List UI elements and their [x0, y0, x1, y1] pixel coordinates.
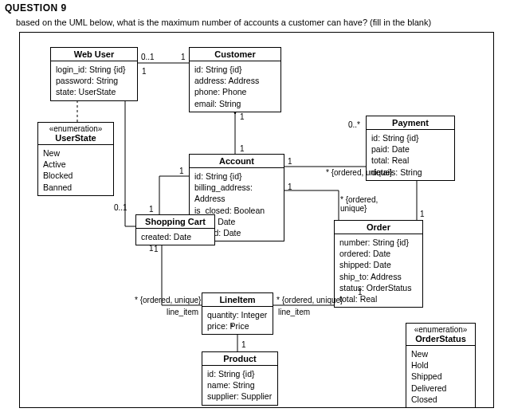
role: line_item — [167, 308, 198, 316]
class-lineitem: LineItem quantity: Integer price: Price — [202, 292, 273, 335]
enum-val: Active — [43, 159, 108, 170]
attr: id: String {id} — [194, 64, 276, 75]
enum-val: Hold — [411, 359, 470, 371]
class-body: New Hold Shipped Delivered Closed — [406, 346, 475, 407]
attr: ship_to: Address — [339, 271, 418, 282]
mult: 1 — [142, 67, 147, 76]
attr: id: String {id} — [207, 368, 273, 379]
class-body: id: String {id} address: Address phone: … — [190, 61, 280, 112]
attr: total: Real — [371, 155, 449, 166]
class-body: created: Date — [136, 229, 214, 245]
mult: 1 — [181, 53, 186, 61]
class-title: LineItem — [202, 293, 273, 307]
class-product: Product id: String {id} name: String sup… — [202, 351, 278, 406]
class-body: id: String {id} name: String supplier: S… — [202, 366, 277, 405]
class-body: quantity: Integer price: Price — [202, 307, 273, 334]
class-body: number: String {id} ordered: Date shippe… — [335, 234, 422, 307]
attr: supplier: Supplier — [207, 391, 273, 402]
attr: price: Price — [207, 320, 268, 332]
stereotype: «enumeration» — [410, 325, 472, 334]
attr: email: String — [194, 98, 276, 109]
question-prompt: based on the UML below, what is the maxi… — [16, 18, 431, 27]
mult: 1 — [149, 205, 154, 214]
title-text: UserState — [55, 133, 96, 143]
role: line_item — [278, 308, 310, 316]
class-userstate: «enumeration» UserState New Active Block… — [37, 122, 114, 196]
attr: phone: Phone — [194, 86, 276, 97]
attr: paid: Date — [371, 143, 449, 155]
class-title: Web User — [51, 48, 137, 61]
page: QUESTION 9 based on the UML below, what … — [0, 0, 506, 420]
attr: state: UserState — [56, 86, 132, 97]
mult: 1 — [240, 112, 245, 121]
attr: id: String {id} — [194, 171, 279, 182]
class-title: «enumeration» OrderStatus — [406, 324, 475, 346]
attr: login_id: String {id} — [56, 64, 132, 75]
uml-frame: Web User login_id: String {id} password:… — [19, 32, 494, 408]
attr: status: OrderStatus — [339, 282, 418, 293]
class-body: New Active Blocked Banned — [38, 145, 113, 195]
class-webuser: Web User login_id: String {id} password:… — [50, 47, 138, 101]
attr: ordered: Date — [339, 248, 418, 259]
attr: quantity: Integer — [207, 309, 268, 320]
class-customer: Customer id: String {id} address: Addres… — [189, 47, 281, 112]
attr: created: Date — [141, 231, 210, 242]
enum-val: Delivered — [411, 383, 470, 394]
class-title: Shopping Cart — [136, 215, 214, 229]
question-number: QUESTION 9 — [5, 2, 67, 14]
class-title: Product — [202, 352, 277, 366]
attr: password: String — [56, 75, 132, 86]
enum-val: Banned — [43, 182, 108, 193]
enum-val: Blocked — [43, 170, 108, 181]
attr: number: String {id} — [339, 237, 418, 248]
mult: 1 — [240, 144, 245, 153]
stereotype: «enumeration» — [41, 124, 110, 133]
class-order: Order number: String {id} ordered: Date … — [334, 220, 423, 308]
class-shoppingcart: Shopping Cart created: Date — [135, 214, 215, 245]
class-title: Order — [335, 221, 422, 234]
class-orderstatus: «enumeration» OrderStatus New Hold Shipp… — [406, 323, 476, 408]
mult: * {ordered, unique} — [135, 296, 201, 304]
enum-val: Closed — [411, 394, 470, 405]
mult: 1 — [420, 210, 425, 218]
mult: 1 — [179, 167, 184, 175]
mult: * {ordered, unique} — [340, 195, 378, 213]
mult: 1 — [288, 157, 292, 166]
attr: name: String — [207, 379, 273, 391]
mult: * {ordered, unique} — [277, 296, 343, 304]
mult: 1 — [358, 288, 363, 296]
mult: 0..* — [348, 120, 360, 129]
attr: shipped: Date — [339, 259, 418, 270]
enum-val: New — [411, 348, 470, 359]
class-title: Payment — [367, 116, 454, 130]
mult: 1 — [288, 183, 292, 191]
attr: id: String {id} — [371, 132, 449, 143]
attr: total: Real — [339, 293, 418, 304]
mult: 0..1 — [141, 53, 155, 61]
class-body: login_id: String {id} password: String s… — [51, 61, 137, 100]
attr: billing_address: Address — [194, 182, 279, 204]
title-text: OrderStatus — [415, 334, 466, 343]
class-title: Customer — [190, 48, 280, 61]
enum-val: Shipped — [411, 371, 470, 382]
mult: 1 — [149, 244, 154, 253]
mult: * {ordered, unique} — [326, 168, 392, 177]
mult: * — [230, 323, 233, 332]
mult: 1 — [241, 340, 246, 349]
class-title: «enumeration» UserState — [38, 123, 113, 145]
attr: address: Address — [194, 75, 276, 86]
enum-val: New — [43, 147, 108, 159]
mult: 0..1 — [114, 203, 127, 212]
mult: 1 — [154, 245, 159, 253]
class-title: Account — [190, 155, 284, 168]
